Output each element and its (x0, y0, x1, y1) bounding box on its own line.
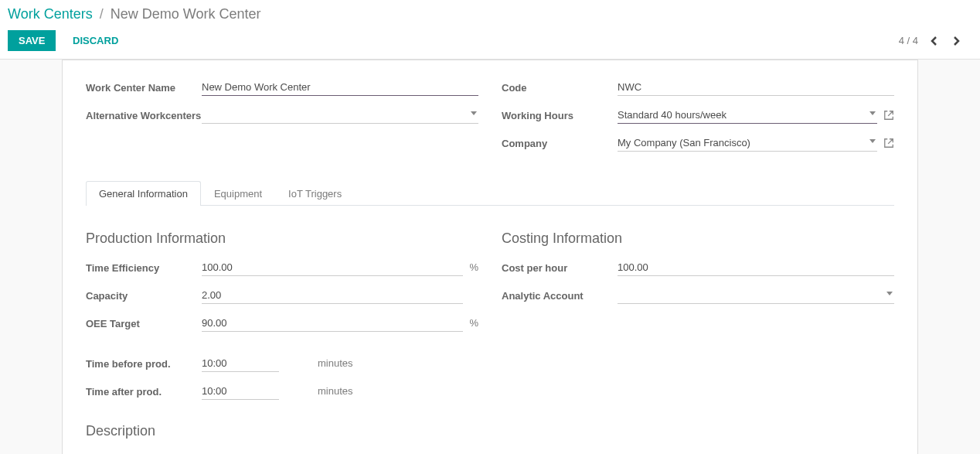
working-hours-input[interactable] (618, 107, 877, 124)
company-label: Company (502, 135, 618, 149)
cost-per-hour-label: Cost per hour (502, 259, 618, 274)
production-info-heading: Production Information (86, 230, 478, 247)
alternative-workcenters-input[interactable] (202, 107, 478, 124)
time-efficiency-input[interactable] (202, 259, 463, 276)
breadcrumb-separator: / (100, 6, 104, 22)
oee-target-label: OEE Target (86, 315, 202, 329)
time-after-label: Time after prod. (86, 383, 202, 398)
breadcrumb: Work Centers / New Demo Work Center (8, 6, 972, 22)
code-label: Code (502, 79, 618, 94)
minutes-suffix: minutes (318, 383, 353, 397)
chevron-left-icon (929, 36, 938, 46)
chevron-right-icon (952, 36, 961, 46)
capacity-label: Capacity (86, 287, 202, 302)
work-center-name-label: Work Center Name (86, 79, 202, 94)
time-after-input[interactable] (202, 383, 279, 400)
working-hours-label: Working Hours (502, 107, 618, 121)
capacity-input[interactable] (202, 287, 463, 304)
cost-per-hour-input[interactable] (618, 259, 894, 276)
pager-next-button[interactable] (949, 33, 965, 49)
costing-info-heading: Costing Information (502, 230, 894, 247)
percent-suffix: % (469, 315, 478, 329)
external-link-icon (883, 110, 894, 121)
tab-general-information[interactable]: General Information (86, 181, 201, 206)
tab-equipment[interactable]: Equipment (201, 181, 275, 206)
company-external-link[interactable] (883, 138, 894, 148)
pager: 4 / 4 (899, 33, 965, 49)
alternative-workcenters-label: Alternative Workcenters (86, 107, 202, 121)
code-input[interactable] (618, 79, 894, 96)
oee-target-input[interactable] (202, 315, 463, 332)
time-before-input[interactable] (202, 355, 279, 372)
tab-bar: General Information Equipment IoT Trigge… (86, 181, 894, 206)
breadcrumb-root[interactable]: Work Centers (8, 6, 93, 22)
analytic-account-label: Analytic Account (502, 287, 618, 302)
tab-iot-triggers[interactable]: IoT Triggers (275, 181, 355, 206)
pager-text: 4 / 4 (899, 35, 918, 46)
discard-button[interactable]: DISCARD (62, 30, 129, 51)
work-center-name-input[interactable] (202, 79, 478, 96)
working-hours-external-link[interactable] (883, 110, 894, 121)
time-efficiency-label: Time Efficiency (86, 259, 202, 274)
external-link-icon (883, 138, 894, 148)
description-heading: Description (86, 423, 894, 439)
percent-suffix: % (469, 259, 478, 273)
pager-prev-button[interactable] (926, 33, 941, 49)
save-button[interactable]: SAVE (8, 30, 56, 51)
minutes-suffix: minutes (318, 355, 353, 369)
company-input[interactable] (618, 135, 877, 152)
analytic-account-input[interactable] (618, 287, 894, 304)
time-before-label: Time before prod. (86, 355, 202, 370)
breadcrumb-current: New Demo Work Center (111, 6, 261, 22)
